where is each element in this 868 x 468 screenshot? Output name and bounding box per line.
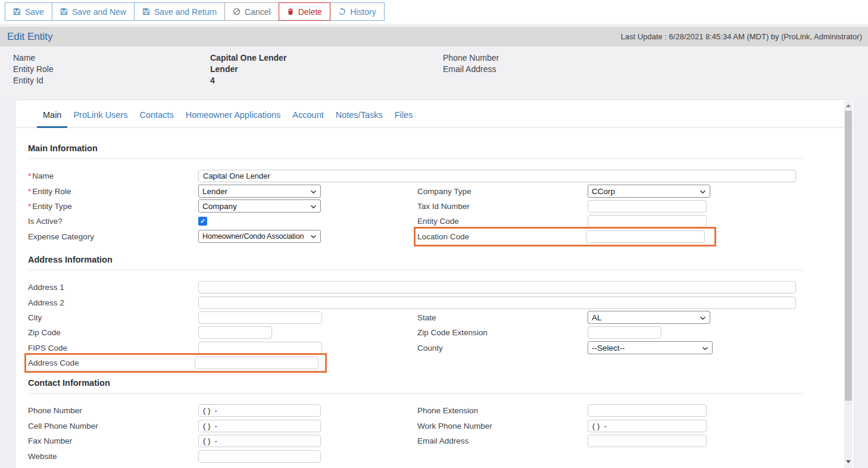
name-input[interactable] bbox=[198, 170, 796, 182]
tax-id-input[interactable] bbox=[588, 200, 707, 213]
summary-entity-role-label: Entity Role bbox=[13, 64, 210, 75]
company-type-selected-value: CCorp bbox=[592, 187, 615, 196]
location-code-label: Location Code bbox=[417, 232, 586, 241]
cancel-icon bbox=[233, 8, 241, 15]
website-input[interactable] bbox=[198, 450, 321, 463]
phone-number-input[interactable] bbox=[198, 404, 321, 417]
state-select[interactable]: AL bbox=[588, 311, 710, 324]
phone-extension-input[interactable] bbox=[588, 404, 707, 417]
summary-contact-column: Phone Number Email Address bbox=[443, 52, 868, 99]
address1-input[interactable] bbox=[198, 281, 796, 294]
history-button[interactable]: History bbox=[330, 2, 385, 21]
phone-number-row: Phone Number Phone Extension bbox=[28, 403, 803, 418]
name-row: *Name bbox=[28, 169, 803, 183]
address1-row: Address 1 bbox=[28, 280, 803, 295]
county-select[interactable]: --Select-- bbox=[588, 341, 713, 354]
chevron-down-icon bbox=[310, 187, 317, 196]
scrollbar-up-button[interactable] bbox=[844, 101, 853, 110]
tab-notes-tasks[interactable]: Notes/Tasks bbox=[330, 110, 389, 128]
scroll-down-arrow-icon bbox=[846, 460, 851, 463]
tab-files[interactable]: Files bbox=[389, 110, 419, 128]
is-active-label: Is Active? bbox=[28, 217, 198, 226]
zip-code-extension-input[interactable] bbox=[588, 326, 661, 339]
entity-code-label: Entity Code bbox=[417, 217, 588, 226]
chevron-down-icon bbox=[700, 313, 706, 322]
zip-code-label: Zip Code bbox=[28, 328, 198, 337]
save-button-label: Save bbox=[25, 7, 44, 17]
entity-type-select[interactable]: Company bbox=[198, 199, 321, 213]
entity-role-select[interactable]: Lender bbox=[198, 185, 321, 198]
is-active-checkbox[interactable] bbox=[198, 217, 207, 226]
address-code-row: Address Code bbox=[28, 355, 803, 370]
cancel-button-label: Cancel bbox=[245, 7, 271, 17]
tab-bar: Main ProLink Users Contacts Homeowner Ap… bbox=[15, 100, 854, 128]
fax-number-row: Fax Number Email Address bbox=[28, 433, 803, 448]
expense-category-row: Expense Category Homeowner/Condo Associa… bbox=[28, 229, 803, 244]
delete-button[interactable]: Delete bbox=[279, 2, 330, 21]
website-label: Website bbox=[28, 452, 198, 461]
summary-phone-label: Phone Number bbox=[443, 52, 868, 64]
state-selected-value: AL bbox=[592, 313, 602, 322]
contact-information-rows: Phone Number Phone Extension Cell Phone … bbox=[28, 394, 803, 464]
toolbar-button-group: Save Save and New Save and Return Cancel… bbox=[5, 2, 385, 21]
vertical-scrollbar[interactable] bbox=[844, 101, 853, 468]
address-information-rows: Address 1 Address 2 City State AL bbox=[28, 270, 803, 370]
work-phone-input[interactable] bbox=[588, 420, 707, 432]
required-asterisk: * bbox=[28, 202, 31, 211]
company-type-select[interactable]: CCorp bbox=[588, 185, 710, 198]
fax-number-input[interactable] bbox=[198, 435, 321, 447]
entity-type-row: *Entity Type Company Tax Id Number bbox=[28, 199, 803, 214]
zip-code-input[interactable] bbox=[198, 326, 272, 339]
summary-name-value: Capital One Lender bbox=[210, 52, 443, 64]
scrollbar-thumb[interactable] bbox=[845, 111, 852, 401]
summary-entity-id-value: 4 bbox=[210, 75, 443, 86]
scrollbar-down-button[interactable] bbox=[844, 457, 853, 466]
scroll-up-arrow-icon bbox=[846, 104, 851, 107]
city-input[interactable] bbox=[198, 311, 322, 324]
email-address-label: Email Address bbox=[417, 436, 588, 445]
chevron-down-icon bbox=[702, 344, 708, 352]
zip-code-extension-label: Zip Code Extension bbox=[417, 328, 588, 337]
tab-account[interactable]: Account bbox=[286, 110, 329, 128]
work-phone-label: Work Phone Number bbox=[417, 422, 588, 430]
county-label: County bbox=[417, 344, 588, 352]
history-icon bbox=[338, 8, 346, 15]
save-and-new-button[interactable]: Save and New bbox=[52, 2, 135, 21]
cancel-button[interactable]: Cancel bbox=[224, 2, 279, 21]
phone-number-label: Phone Number bbox=[28, 406, 198, 415]
save-button[interactable]: Save bbox=[5, 2, 52, 21]
summary-values-column: Capital One Lender Lender 4 bbox=[210, 52, 443, 99]
summary-entity-role-value: Lender bbox=[210, 64, 443, 75]
summary-email-label: Email Address bbox=[443, 64, 868, 75]
summary-name-label: Name bbox=[13, 52, 210, 64]
state-label: State bbox=[417, 313, 588, 322]
email-address-input[interactable] bbox=[588, 435, 707, 447]
entity-role-row: *Entity Role Lender Company Type CCorp bbox=[28, 183, 803, 198]
tab-homeowner-applications[interactable]: Homeowner Applications bbox=[180, 110, 287, 128]
delete-button-label: Delete bbox=[298, 7, 322, 17]
location-code-input[interactable] bbox=[586, 230, 705, 243]
entity-type-label: *Entity Type bbox=[28, 202, 198, 211]
tab-contacts[interactable]: Contacts bbox=[134, 110, 180, 128]
contact-information-heading: Contact Information bbox=[28, 378, 803, 394]
expense-category-select[interactable]: Homeowner/Condo Association bbox=[198, 230, 321, 243]
address2-input[interactable] bbox=[198, 297, 796, 309]
city-row: City State AL bbox=[28, 310, 803, 325]
main-information-heading: Main Information bbox=[28, 143, 803, 159]
address2-row: Address 2 bbox=[28, 295, 803, 310]
summary-labels-column: Name Entity Role Entity Id bbox=[13, 52, 210, 99]
required-asterisk: * bbox=[28, 171, 31, 180]
address-code-input[interactable] bbox=[195, 357, 319, 369]
address1-label: Address 1 bbox=[28, 283, 198, 292]
entity-form: Main Information *Name *Entity Role Lend… bbox=[28, 143, 803, 468]
last-update-text: Last Update : 6/28/2021 8:45:34 AM (MDT)… bbox=[621, 32, 862, 41]
cell-phone-input[interactable] bbox=[198, 420, 321, 432]
tab-main[interactable]: Main bbox=[37, 110, 67, 128]
history-button-label: History bbox=[350, 7, 376, 17]
tab-prolink-users[interactable]: ProLink Users bbox=[67, 110, 133, 128]
save-and-return-button[interactable]: Save and Return bbox=[134, 2, 225, 21]
fips-code-input[interactable] bbox=[198, 342, 322, 354]
save-icon bbox=[13, 8, 21, 15]
entity-code-input[interactable] bbox=[588, 215, 707, 227]
page-header-bar: Edit Entity Last Update : 6/28/2021 8:45… bbox=[0, 27, 868, 46]
